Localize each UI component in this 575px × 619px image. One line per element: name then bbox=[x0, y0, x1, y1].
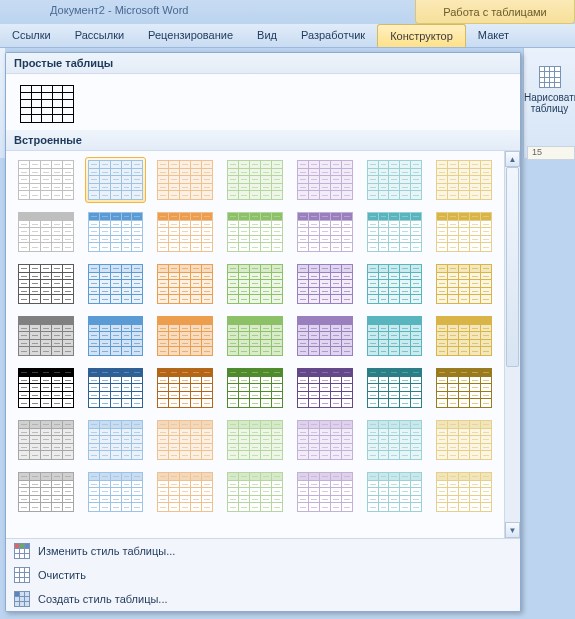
clear-label: Очистить bbox=[38, 569, 86, 581]
context-tab-table-tools: Работа с таблицами bbox=[415, 0, 575, 24]
table-style-grid-green[interactable] bbox=[224, 261, 286, 307]
scroll-up-button[interactable]: ▲ bbox=[505, 151, 520, 167]
table-style-hdr-purple[interactable] bbox=[294, 209, 356, 255]
title-bar: Документ2 - Microsoft Word Работа с табл… bbox=[0, 0, 575, 24]
table-style-stripe-gray[interactable] bbox=[15, 417, 77, 463]
table-style-dark-blue[interactable] bbox=[85, 365, 147, 411]
table-style-stripe-blue[interactable] bbox=[85, 417, 147, 463]
table-style-hdr-blue[interactable] bbox=[85, 209, 147, 255]
table-style-stripe-teal[interactable] bbox=[364, 417, 426, 463]
table-style-hdr-orange[interactable] bbox=[154, 209, 216, 255]
group-header-builtin: Встроенные bbox=[6, 130, 520, 151]
table-style-simple[interactable] bbox=[15, 80, 77, 126]
table-style-dark-teal[interactable] bbox=[364, 365, 426, 411]
gallery-scrollbar[interactable]: ▲ ▼ bbox=[504, 151, 520, 538]
table-style-hdr-teal[interactable] bbox=[364, 209, 426, 255]
ribbon-tabs: СсылкиРассылкиРецензированиеВидРазработч… bbox=[0, 24, 575, 48]
scroll-down-button[interactable]: ▼ bbox=[505, 522, 520, 538]
tab-рецензирование[interactable]: Рецензирование bbox=[136, 24, 245, 47]
scroll-thumb[interactable] bbox=[506, 167, 519, 367]
table-style-stripe-green[interactable] bbox=[224, 417, 286, 463]
modify-style-icon bbox=[14, 543, 30, 559]
context-tab-label: Работа с таблицами bbox=[443, 6, 546, 18]
table-style-fill-blue[interactable] bbox=[85, 313, 147, 359]
table-style-light-teal[interactable] bbox=[364, 157, 426, 203]
table-style-fill-gray[interactable] bbox=[15, 313, 77, 359]
draw-table-icon[interactable] bbox=[539, 66, 561, 88]
document-title: Документ2 - Microsoft Word bbox=[50, 4, 188, 16]
table-style-row bbox=[6, 255, 504, 307]
table-style-dark-green[interactable] bbox=[224, 365, 286, 411]
table-style-stripe2-orange[interactable] bbox=[154, 469, 216, 515]
styles-scroll-area: ▲ ▼ bbox=[6, 151, 520, 538]
table-style-row bbox=[6, 151, 504, 203]
clear-icon bbox=[14, 567, 30, 583]
table-style-stripe2-gray[interactable] bbox=[15, 469, 77, 515]
ruler-fragment: 15 bbox=[527, 146, 575, 160]
table-style-dark-amber[interactable] bbox=[433, 365, 495, 411]
draw-table-label: Нарисовать таблицу bbox=[524, 92, 575, 114]
table-style-fill-purple[interactable] bbox=[294, 313, 356, 359]
simple-tables-row bbox=[6, 74, 520, 126]
table-style-light-orange[interactable] bbox=[154, 157, 216, 203]
new-style-icon bbox=[14, 591, 30, 607]
table-style-hdr-gray[interactable] bbox=[15, 209, 77, 255]
ribbon-right-panel: Нарисовать таблицу 15 bbox=[523, 48, 575, 158]
tab-вид[interactable]: Вид bbox=[245, 24, 289, 47]
table-style-stripe-purple[interactable] bbox=[294, 417, 356, 463]
table-style-light-green[interactable] bbox=[224, 157, 286, 203]
table-style-stripe-amber[interactable] bbox=[433, 417, 495, 463]
modify-style-label: Изменить стиль таблицы... bbox=[38, 545, 175, 557]
table-style-dark-purple[interactable] bbox=[294, 365, 356, 411]
table-style-grid-gray[interactable] bbox=[15, 261, 77, 307]
scroll-track[interactable] bbox=[505, 167, 520, 522]
table-style-row bbox=[6, 307, 504, 359]
table-style-grid-purple[interactable] bbox=[294, 261, 356, 307]
table-style-hdr-green[interactable] bbox=[224, 209, 286, 255]
tab-макет[interactable]: Макет bbox=[466, 24, 521, 47]
gallery-footer: Изменить стиль таблицы... Очистить Созда… bbox=[6, 538, 520, 611]
styles-thumbnails bbox=[6, 151, 504, 538]
table-style-grid-blue[interactable] bbox=[85, 261, 147, 307]
table-style-stripe2-purple[interactable] bbox=[294, 469, 356, 515]
table-style-grid-amber[interactable] bbox=[433, 261, 495, 307]
table-style-stripe2-amber[interactable] bbox=[433, 469, 495, 515]
table-style-grid-orange[interactable] bbox=[154, 261, 216, 307]
table-style-fill-green[interactable] bbox=[224, 313, 286, 359]
table-style-row bbox=[6, 359, 504, 411]
table-style-fill-orange[interactable] bbox=[154, 313, 216, 359]
table-style-fill-amber[interactable] bbox=[433, 313, 495, 359]
table-style-light-amber[interactable] bbox=[433, 157, 495, 203]
table-style-stripe2-green[interactable] bbox=[224, 469, 286, 515]
table-style-stripe-orange[interactable] bbox=[154, 417, 216, 463]
modify-table-style-item[interactable]: Изменить стиль таблицы... bbox=[6, 539, 520, 563]
tab-рассылки[interactable]: Рассылки bbox=[63, 24, 136, 47]
table-style-dark-orange[interactable] bbox=[154, 365, 216, 411]
table-styles-gallery: Простые таблицы Встроенные ▲ ▼ Изменить … bbox=[5, 52, 521, 612]
table-style-light-blue[interactable] bbox=[85, 157, 147, 203]
tab-конструктор[interactable]: Конструктор bbox=[377, 24, 466, 47]
table-style-row bbox=[6, 203, 504, 255]
table-style-hdr-amber[interactable] bbox=[433, 209, 495, 255]
table-style-row bbox=[6, 411, 504, 463]
new-table-style-item[interactable]: Создать стиль таблицы... bbox=[6, 587, 520, 611]
table-style-light-none[interactable] bbox=[15, 157, 77, 203]
new-style-label: Создать стиль таблицы... bbox=[38, 593, 168, 605]
table-style-grid-teal[interactable] bbox=[364, 261, 426, 307]
table-style-stripe2-teal[interactable] bbox=[364, 469, 426, 515]
clear-item[interactable]: Очистить bbox=[6, 563, 520, 587]
tab-ссылки[interactable]: Ссылки bbox=[0, 24, 63, 47]
tab-разработчик[interactable]: Разработчик bbox=[289, 24, 377, 47]
table-style-stripe2-blue[interactable] bbox=[85, 469, 147, 515]
table-style-dark-black[interactable] bbox=[15, 365, 77, 411]
group-header-simple: Простые таблицы bbox=[6, 53, 520, 74]
table-style-light-purple[interactable] bbox=[294, 157, 356, 203]
table-style-fill-teal[interactable] bbox=[364, 313, 426, 359]
table-style-row bbox=[6, 463, 504, 515]
